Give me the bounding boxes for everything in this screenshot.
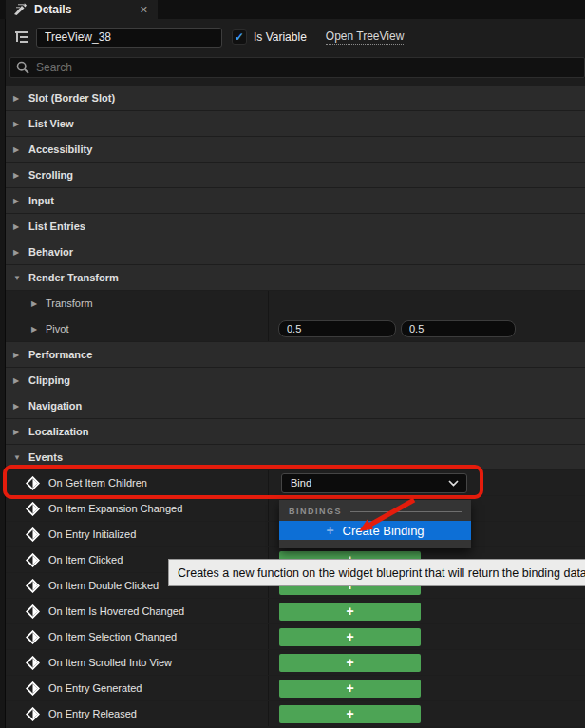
search-bar[interactable]: Search — [9, 57, 585, 78]
widget-name-input[interactable] — [36, 28, 222, 48]
event-delegate-icon — [26, 604, 40, 619]
event-row-on-get-item-children[interactable]: On Get Item Children Bind — [0, 470, 585, 495]
category-row-behavior[interactable]: ▶ Behavior — [0, 239, 585, 264]
event-value-cell: + — [269, 650, 585, 675]
hierarchy-button[interactable] — [11, 28, 32, 47]
category-label: Clipping — [28, 374, 70, 386]
property-row-pivot[interactable]: ▶ Pivot — [0, 316, 585, 341]
chevron-right-icon: ▶ — [13, 376, 23, 385]
property-row-transform[interactable]: ▶ Transform — [0, 291, 585, 316]
chevron-right-icon: ▶ — [13, 197, 23, 205]
event-delegate-icon — [26, 502, 40, 516]
bindings-menu-header: BINDINGS — [279, 500, 471, 521]
event-name-cell: On Item Is Hovered Changed — [0, 599, 269, 623]
event-value-cell: + — [269, 676, 585, 700]
event-delegate-icon — [26, 656, 40, 670]
widget-header: ✓ Is Variable Open TreeView — [6, 19, 585, 55]
event-value-cell: + — [269, 701, 585, 726]
details-panel: Details ✕ ✓ Is Variable Open TreeView Se… — [0, 0, 585, 728]
pivot-y-input[interactable] — [401, 320, 516, 337]
event-value-cell: + — [269, 624, 585, 649]
details-panel-icon — [13, 3, 28, 16]
event-delegate-icon — [26, 476, 40, 490]
category-row-input[interactable]: ▶ Input — [0, 188, 585, 213]
event-row-on-entry-released[interactable]: On Entry Released + — [0, 701, 585, 726]
search-icon — [16, 61, 29, 74]
event-label: On Item Scrolled Into View — [48, 657, 172, 668]
category-label: List Entries — [28, 220, 85, 232]
add-event-button[interactable]: + — [279, 628, 421, 646]
bind-dropdown-value: Bind — [291, 477, 448, 489]
event-row-on-item-is-hovered-changed[interactable]: On Item Is Hovered Changed + — [0, 599, 585, 623]
category-label: Behavior — [28, 246, 73, 258]
event-name-cell: On Entry Released — [0, 701, 269, 726]
category-row-performance[interactable]: ▶ Performance — [0, 342, 585, 367]
event-name-cell: On Get Item Children — [0, 470, 269, 495]
event-delegate-icon — [26, 630, 40, 644]
is-variable-checkbox[interactable]: ✓ — [232, 29, 247, 45]
add-event-button[interactable]: + — [279, 603, 421, 621]
bind-dropdown[interactable]: Bind — [281, 473, 467, 493]
search-placeholder: Search — [36, 61, 72, 74]
chevron-down-icon: ▼ — [13, 274, 23, 282]
add-event-button[interactable]: + — [279, 654, 421, 672]
create-binding-menu-item[interactable]: + Create Binding — [279, 521, 471, 540]
event-name-cell: On Entry Initialized — [0, 522, 269, 546]
category-label: Performance — [28, 349, 92, 360]
category-row-list-view[interactable]: ▶ List View — [0, 111, 585, 136]
category-label: Scrolling — [28, 169, 73, 181]
category-row-clipping[interactable]: ▶ Clipping — [0, 368, 585, 393]
event-label: On Entry Released — [48, 708, 137, 719]
category-row-slot-border-slot[interactable]: ▶ Slot (Border Slot) — [0, 86, 585, 110]
tooltip: Creates a new function on the widget blu… — [168, 559, 585, 586]
event-value-cell: + — [269, 599, 585, 623]
chevron-right-icon: ▶ — [13, 222, 23, 231]
property-value-cell — [269, 291, 585, 316]
category-row-localization[interactable]: ▶ Localization — [0, 419, 585, 444]
create-binding-label: Create Binding — [343, 524, 425, 538]
category-label: Accessibility — [28, 144, 92, 155]
event-name-cell: On Item Scrolled Into View — [0, 650, 269, 675]
event-value-cell: Bind — [269, 470, 585, 495]
event-row-on-item-selection-changed[interactable]: On Item Selection Changed + — [0, 624, 585, 649]
property-label: Pivot — [46, 323, 68, 335]
chevron-right-icon: ▶ — [13, 248, 23, 257]
event-row-on-item-scrolled-into-view[interactable]: On Item Scrolled Into View + — [0, 650, 585, 675]
open-treeview-link[interactable]: Open TreeView — [326, 29, 405, 45]
category-row-accessibility[interactable]: ▶ Accessibility — [0, 137, 585, 162]
add-event-button[interactable]: + — [279, 705, 421, 723]
event-delegate-icon — [26, 707, 40, 721]
pivot-x-input[interactable] — [278, 320, 396, 337]
chevron-right-icon: ▶ — [31, 299, 41, 308]
property-name-cell: ▶ Transform — [0, 291, 269, 316]
category-row-navigation[interactable]: ▶ Navigation — [0, 393, 585, 418]
event-label: On Item Clicked — [48, 554, 123, 565]
event-name-cell: On Entry Generated — [0, 676, 269, 700]
event-label: On Item Expansion Changed — [48, 503, 182, 514]
event-delegate-icon — [26, 579, 40, 593]
chevron-right-icon: ▶ — [13, 402, 23, 411]
check-icon: ✓ — [235, 30, 244, 44]
category-row-render-transform[interactable]: ▼ Render Transform — [0, 265, 585, 290]
add-event-button[interactable]: + — [279, 680, 421, 698]
tab-details[interactable]: Details ✕ — [6, 0, 158, 19]
tab-bar: Details ✕ — [0, 0, 585, 19]
category-label: List View — [28, 118, 73, 129]
property-label: Transform — [46, 297, 93, 309]
category-row-events[interactable]: ▼ Events — [0, 445, 585, 469]
event-row-on-entry-generated[interactable]: On Entry Generated + — [0, 676, 585, 700]
properties-list: ▶ Slot (Border Slot) ▶ List View ▶ Acces… — [0, 86, 585, 727]
event-label: On Item Selection Changed — [48, 631, 177, 642]
chevron-right-icon: ▶ — [13, 120, 23, 128]
category-row-scrolling[interactable]: ▶ Scrolling — [0, 163, 585, 187]
category-label: Slot (Border Slot) — [28, 92, 115, 104]
category-label: Input — [28, 195, 54, 206]
section-divider — [350, 511, 462, 512]
category-label: Localization — [28, 426, 89, 437]
chevron-right-icon: ▶ — [31, 325, 41, 334]
panel-left-edge — [0, 0, 6, 728]
close-icon[interactable]: ✕ — [138, 4, 150, 16]
is-variable-label: Is Variable — [254, 30, 307, 44]
chevron-right-icon: ▶ — [13, 171, 23, 180]
category-row-list-entries[interactable]: ▶ List Entries — [0, 214, 585, 239]
